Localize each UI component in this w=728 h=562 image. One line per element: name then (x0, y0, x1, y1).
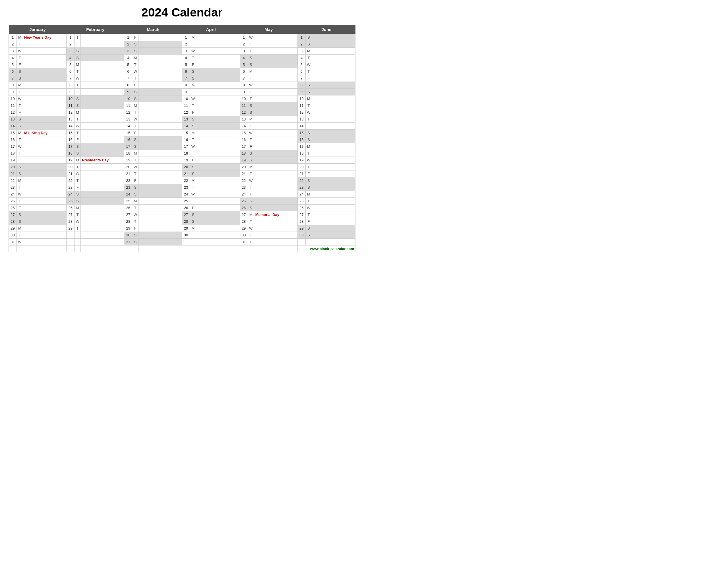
holiday-name (196, 96, 240, 102)
holiday-name (312, 198, 355, 205)
day-of-week: T (305, 164, 312, 171)
day-of-week: T (17, 232, 23, 239)
empty-cell (240, 246, 248, 252)
holiday-name (196, 34, 240, 41)
day-of-week: S (305, 34, 312, 41)
calendar-row: 11T11S11M11T11S11T (9, 102, 355, 109)
holiday-name (81, 48, 124, 55)
day-number: 15 (67, 130, 75, 136)
day-of-week: M (132, 150, 138, 157)
day-of-week: F (132, 82, 138, 89)
day-of-week: T (190, 198, 196, 205)
holiday-name (138, 130, 182, 136)
day-number: 25 (297, 198, 305, 205)
day-number: 25 (240, 198, 248, 205)
holiday-name (254, 34, 297, 41)
day-number: 27 (297, 212, 305, 218)
day-of-week: W (305, 109, 312, 116)
month-header-april: April (182, 25, 240, 34)
day-number: 18 (182, 150, 190, 157)
website-cell[interactable]: www.blank-calendar.com (297, 246, 355, 252)
day-of-week: T (75, 225, 81, 232)
day-of-week: S (305, 41, 312, 48)
holiday-name (254, 218, 297, 225)
day-of-week: F (75, 41, 81, 48)
holiday-name (254, 61, 297, 68)
day-number: 6 (124, 68, 132, 75)
day-number: 7 (240, 75, 248, 82)
empty-cell (9, 246, 17, 252)
empty-day-letter (75, 232, 81, 239)
day-of-week: S (190, 164, 196, 171)
day-of-week: M (248, 68, 254, 75)
holiday-name (312, 164, 355, 171)
day-number: 11 (9, 102, 17, 109)
day-number: 6 (9, 68, 17, 75)
holiday-name (312, 130, 355, 136)
day-of-week: M (248, 164, 254, 171)
day-of-week: S (305, 225, 312, 232)
holiday-name (23, 198, 67, 205)
calendar-table: January February March April May June 1M… (9, 25, 355, 252)
day-number: 12 (9, 109, 17, 116)
holiday-name (81, 41, 124, 48)
day-number: 19 (9, 157, 17, 164)
day-of-week: F (17, 157, 23, 164)
holiday-name (23, 41, 67, 48)
day-of-week: T (190, 136, 196, 143)
holiday-name (81, 212, 124, 218)
holiday-name (138, 143, 182, 150)
holiday-name (196, 41, 240, 48)
day-of-week: M (190, 177, 196, 184)
day-number: 20 (297, 164, 305, 171)
holiday-name (138, 55, 182, 61)
holiday-name (312, 225, 355, 232)
day-of-week: W (75, 75, 81, 82)
day-number: 2 (9, 41, 17, 48)
calendar-row: 12F12M12T12F12S12W (9, 109, 355, 116)
day-number: 30 (9, 232, 17, 239)
day-number: 13 (67, 116, 75, 123)
calendar-row: 28S28W28T28S28T28F (9, 218, 355, 225)
day-number: 14 (9, 123, 17, 130)
holiday-name (138, 48, 182, 55)
day-number: 17 (297, 143, 305, 150)
day-of-week: T (132, 205, 138, 212)
day-number: 19 (240, 157, 248, 164)
day-of-week: S (132, 191, 138, 198)
holiday-name (254, 157, 297, 164)
holiday-name (254, 150, 297, 157)
day-of-week: W (17, 48, 23, 55)
holiday-name (81, 102, 124, 109)
empty-cell (17, 246, 23, 252)
calendar-row: 21S21W21T21S21T21F (9, 171, 355, 177)
day-number: 5 (67, 61, 75, 68)
day-number: 13 (9, 116, 17, 123)
day-of-week: F (132, 225, 138, 232)
holiday-name (23, 136, 67, 143)
day-of-week: T (132, 218, 138, 225)
calendar-row: 27S27T27W27S27MMemorial Day27T (9, 212, 355, 218)
holiday-name (138, 198, 182, 205)
day-number: 29 (182, 225, 190, 232)
day-of-week: S (17, 123, 23, 130)
holiday-name (196, 109, 240, 116)
holiday-name (196, 123, 240, 130)
day-number: 24 (9, 191, 17, 198)
day-number: 16 (182, 136, 190, 143)
day-number: 2 (182, 41, 190, 48)
day-of-week: W (305, 61, 312, 68)
holiday-name (254, 89, 297, 96)
day-number: 18 (297, 150, 305, 157)
day-number: 4 (297, 55, 305, 61)
empty-day-num (67, 232, 75, 239)
day-of-week: T (190, 150, 196, 157)
holiday-name (196, 184, 240, 191)
holiday-name (312, 96, 355, 102)
day-number: 3 (297, 48, 305, 55)
holiday-name (312, 191, 355, 198)
day-of-week: S (17, 171, 23, 177)
day-number: 2 (297, 41, 305, 48)
day-of-week: F (132, 130, 138, 136)
holiday-name (138, 191, 182, 198)
